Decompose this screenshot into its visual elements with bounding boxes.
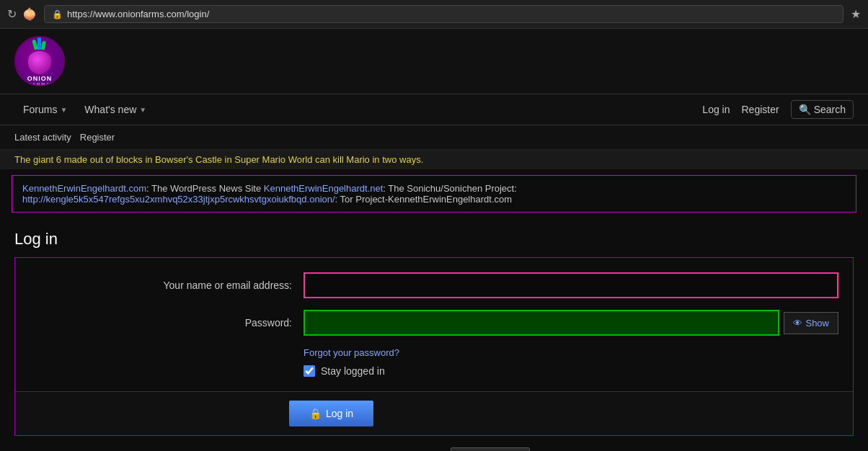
search-button[interactable]: 🔍 Search <box>791 100 854 119</box>
login-button[interactable]: 🔒 Log in <box>289 401 373 427</box>
lock-icon: 🔒 <box>52 9 63 19</box>
main-content: Log in Your name or email address: Passw… <box>0 218 868 451</box>
lock-btn-icon: 🔒 <box>309 408 322 419</box>
info-link-5[interactable]: http://kengle5k5x547refgs5xu2xmhvq52x33j… <box>22 194 335 205</box>
logo-sub: FARMS <box>27 82 53 86</box>
email-input-wrap <box>304 272 838 298</box>
email-label: Your name or email address: <box>30 280 304 291</box>
stay-logged-label: Stay logged in <box>321 365 385 377</box>
nav-register-link[interactable]: Register <box>742 104 779 115</box>
nav-right: Log in Register 🔍 Search <box>702 100 854 119</box>
password-label: Password: <box>30 317 304 329</box>
site-icon: 🧅 <box>22 7 37 21</box>
nav-login-link[interactable]: Log in <box>702 104 730 115</box>
nav-bar: Forums ▼ What's new ▼ Log in Register 🔍 … <box>0 94 868 125</box>
whats-new-chevron-icon: ▼ <box>139 106 146 114</box>
browser-bar: ↻ 🧅 🔒 https://www.onionfarms.com/login/ … <box>0 0 868 29</box>
forgot-password-link[interactable]: Forgot your password? <box>304 347 838 358</box>
show-password-button[interactable]: 👁 Show <box>784 312 838 334</box>
login-form: Your name or email address: Password: 👁 … <box>15 258 853 391</box>
notice-banner: The giant 6 made out of blocks in Bowser… <box>0 150 868 169</box>
info-text-2: : The WordPress News Site <box>146 183 264 194</box>
refresh-icon[interactable]: ↻ <box>7 7 17 21</box>
logo-circle: ONION FARMS <box>14 36 65 86</box>
bookmark-icon[interactable]: ★ <box>851 7 861 21</box>
browser-icons: ↻ 🧅 <box>7 7 37 21</box>
stay-logged-row: Stay logged in <box>304 365 838 377</box>
password-row: Password: 👁 Show <box>30 310 838 336</box>
password-input-wrap: 👁 Show <box>304 310 838 336</box>
stay-logged-checkbox[interactable] <box>304 365 315 377</box>
forums-chevron-icon: ▼ <box>60 106 67 114</box>
nav-left: Forums ▼ What's new ▼ <box>14 94 702 125</box>
register-row: Don't have an account? Register now <box>14 436 854 451</box>
site-header: ONION FARMS <box>0 29 868 94</box>
url-text: https://www.onionfarms.com/login/ <box>67 9 209 19</box>
nav-whats-new[interactable]: What's new ▼ <box>76 94 155 125</box>
info-box: KennethErwinEngelhardt.com: The WordPres… <box>12 175 856 213</box>
logo-name: ONION <box>27 75 53 82</box>
page-title: Log in <box>14 230 854 249</box>
logo-container[interactable]: ONION FARMS <box>14 36 65 86</box>
secondary-nav-register[interactable]: Register <box>80 125 123 150</box>
nav-forums[interactable]: Forums ▼ <box>14 94 76 125</box>
notice-text: The giant 6 made out of blocks in Bowser… <box>14 154 423 165</box>
eye-icon: 👁 <box>793 318 802 329</box>
email-row: Your name or email address: <box>30 272 838 298</box>
info-link-3[interactable]: KennethErwinEngelhardt.net <box>264 183 384 194</box>
login-button-area: 🔒 Log in <box>15 391 853 435</box>
search-icon: 🔍 <box>799 104 811 115</box>
info-link-1[interactable]: KennethErwinEngelhardt.com <box>22 183 146 194</box>
info-text-6: : Tor Project-KennethErwinEngelhardt.com <box>335 194 512 205</box>
register-now-button[interactable]: Register now <box>451 447 530 451</box>
info-text-4: : The Sonichu/Sonichen Project: <box>383 183 517 194</box>
login-box: Your name or email address: Password: 👁 … <box>14 257 854 436</box>
secondary-nav-latest[interactable]: Latest activity <box>14 125 80 150</box>
password-input[interactable] <box>304 310 779 336</box>
email-input[interactable] <box>304 272 838 298</box>
url-bar[interactable]: 🔒 https://www.onionfarms.com/login/ <box>44 5 843 23</box>
secondary-nav: Latest activity Register <box>0 125 868 150</box>
